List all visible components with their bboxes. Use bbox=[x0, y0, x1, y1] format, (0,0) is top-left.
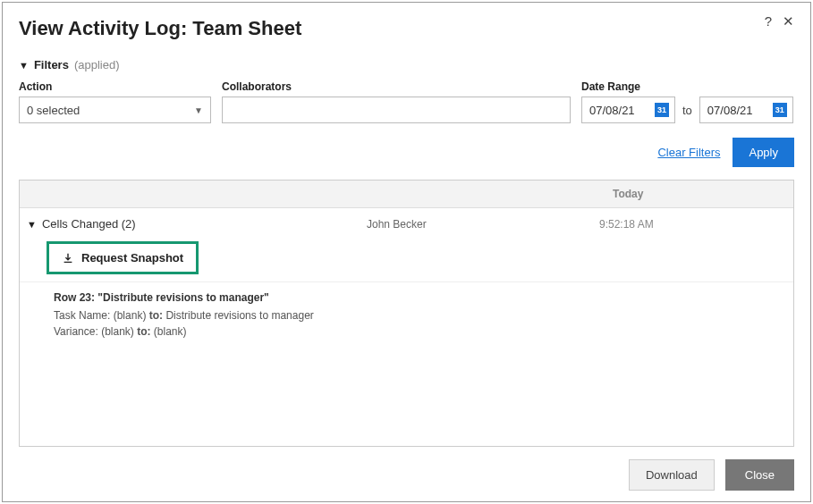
action-select-value: 0 selected bbox=[27, 104, 80, 117]
log-event-name: Cells Changed (2) bbox=[42, 217, 136, 231]
calendar-icon: 31 bbox=[773, 103, 787, 117]
change-from: (blank) bbox=[101, 325, 134, 338]
download-icon bbox=[62, 252, 74, 265]
change-to: Distribute revisions to manager bbox=[165, 309, 313, 322]
dialog-footer: Download Close bbox=[19, 447, 794, 491]
detail-row-title: Row 23: "Distribute revisions to manager… bbox=[54, 291, 786, 304]
change-to: (blank) bbox=[154, 325, 187, 338]
date-to-label: to bbox=[682, 104, 692, 117]
date-to-input[interactable]: 07/08/21 31 bbox=[699, 97, 793, 123]
date-to-value: 07/08/21 bbox=[707, 104, 753, 117]
filters-toggle[interactable]: ▼ Filters (applied) bbox=[19, 58, 794, 71]
change-to-label: to: bbox=[137, 325, 150, 338]
log-entry-row[interactable]: ▼ Cells Changed (2) John Becker 9:52:18 … bbox=[20, 208, 793, 236]
filters-label: Filters bbox=[34, 58, 69, 71]
close-button[interactable]: Close bbox=[725, 459, 794, 491]
apply-button[interactable]: Apply bbox=[733, 138, 794, 167]
calendar-icon: 31 bbox=[655, 103, 669, 117]
log-user: John Becker bbox=[367, 218, 599, 231]
filters-section: ▼ Filters (applied) Action 0 selected ▼ … bbox=[19, 58, 794, 167]
filter-action-label: Action bbox=[19, 80, 211, 93]
filter-collaborators-group: Collaborators bbox=[222, 80, 571, 123]
filters-applied-indicator: (applied) bbox=[74, 58, 120, 71]
chevron-down-icon: ▼ bbox=[19, 60, 29, 71]
collaborators-input[interactable] bbox=[222, 97, 571, 123]
close-icon[interactable]: ✕ bbox=[783, 13, 794, 29]
activity-log-dialog: View Activity Log: Team Sheet ? ✕ ▼ Filt… bbox=[2, 2, 811, 502]
change-field: Task Name: bbox=[54, 309, 110, 322]
change-line: Task Name: (blank) to: Distribute revisi… bbox=[54, 309, 786, 322]
help-icon[interactable]: ? bbox=[765, 13, 772, 29]
change-from: (blank) bbox=[114, 309, 147, 322]
log-header-date: Today bbox=[613, 188, 783, 200]
change-to-label: to: bbox=[149, 309, 163, 322]
change-field: Variance: bbox=[54, 325, 98, 338]
action-select[interactable]: 0 selected ▼ bbox=[19, 97, 211, 123]
filter-action-group: Action 0 selected ▼ bbox=[19, 80, 211, 123]
request-snapshot-label: Request Snapshot bbox=[81, 251, 183, 265]
date-from-input[interactable]: 07/08/21 31 bbox=[581, 97, 675, 123]
download-button[interactable]: Download bbox=[629, 459, 715, 491]
request-snapshot-button[interactable]: Request Snapshot bbox=[47, 241, 199, 274]
log-entry-details: Row 23: "Distribute revisions to manager… bbox=[20, 281, 793, 349]
filter-collaborators-label: Collaborators bbox=[222, 80, 571, 93]
activity-log-table: Today ▼ Cells Changed (2) John Becker 9:… bbox=[19, 180, 794, 447]
log-header-row: Today bbox=[20, 181, 793, 208]
log-time: 9:52:18 AM bbox=[599, 218, 654, 231]
clear-filters-link[interactable]: Clear Filters bbox=[657, 146, 720, 159]
dialog-header: View Activity Log: Team Sheet ? ✕ bbox=[19, 13, 794, 40]
change-line: Variance: (blank) to: (blank) bbox=[54, 325, 786, 338]
dialog-title: View Activity Log: Team Sheet bbox=[19, 17, 301, 40]
chevron-down-icon: ▼ bbox=[27, 219, 37, 230]
date-from-value: 07/08/21 bbox=[589, 104, 635, 117]
filter-daterange-group: Date Range 07/08/21 31 to 07/08/21 31 bbox=[581, 80, 793, 123]
filter-daterange-label: Date Range bbox=[581, 80, 793, 93]
chevron-down-icon: ▼ bbox=[194, 105, 203, 115]
